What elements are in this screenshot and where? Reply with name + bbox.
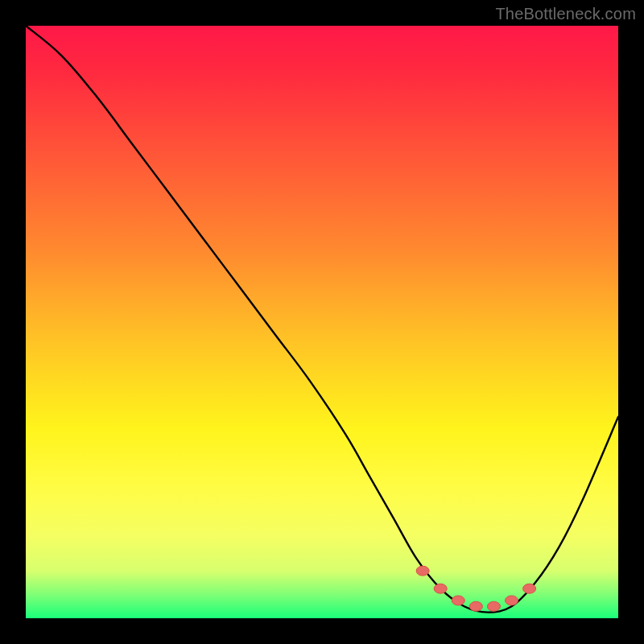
- highlight-dot: [506, 596, 518, 605]
- highlight-dots-group: [416, 566, 535, 611]
- highlight-dot: [487, 601, 500, 611]
- highlight-dot: [523, 584, 536, 593]
- highlight-dot: [469, 601, 482, 611]
- chart-frame: TheBottleneck.com: [0, 0, 644, 644]
- watermark-text: TheBottleneck.com: [495, 5, 636, 23]
- bottleneck-curve: [26, 26, 618, 613]
- plot-area: [26, 26, 618, 618]
- bottleneck-chart: [26, 26, 618, 618]
- highlight-dot: [434, 584, 447, 593]
- highlight-dot: [452, 596, 464, 605]
- highlight-dot: [416, 566, 429, 576]
